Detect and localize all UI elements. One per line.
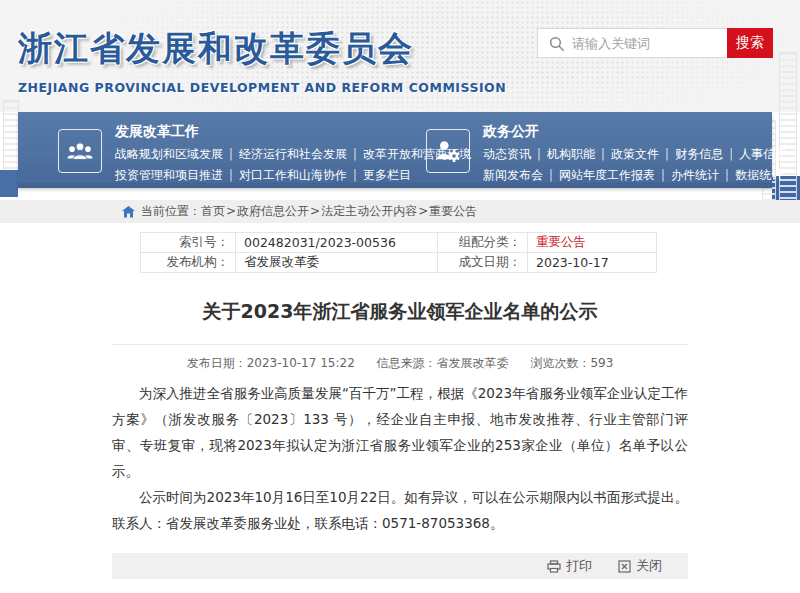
doc-info-label: 组配分类：: [438, 233, 528, 253]
article-paragraph: 为深入推进全省服务业高质量发展“百千万”工程，根据《2023年省服务业领军企业认…: [112, 380, 688, 484]
doc-info-value: 2023-10-17: [528, 253, 657, 273]
site-subtitle: ZHEJIANG PROVINCIAL DEVELOPMENT AND REFO…: [18, 80, 506, 95]
nav-links-row: 新闻发布会|网站年度工作报表|办件统计|数据统计: [483, 165, 800, 186]
nav-link[interactable]: 财务信息: [675, 147, 723, 161]
nav-band: 发展改革工作 战略规划和区域发展|经济运行和社会发展|改革开放和营商环境 投资管…: [18, 112, 772, 188]
nav-link[interactable]: 动态资讯: [483, 147, 531, 161]
site-header: 浙江省发展和改革委员会 ZHEJIANG PROVINCIAL DEVELOPM…: [0, 0, 800, 112]
nav-separator: |: [537, 147, 541, 161]
nav-link[interactable]: 投资管理和项目推进: [115, 168, 223, 182]
nav-link[interactable]: 新闻发布会: [483, 168, 543, 182]
nav-link[interactable]: 政策文件: [611, 147, 659, 161]
breadcrumb-segment[interactable]: 法定主动公开内容: [321, 204, 417, 218]
doc-info-value: 重要公告: [528, 233, 657, 253]
doc-info-table: 索引号：002482031/2023-00536组配分类：重要公告发布机构：省发…: [140, 232, 657, 273]
breadcrumb-segment: 重要公告: [429, 204, 477, 218]
doc-info-value: 省发展改革委: [236, 253, 438, 273]
band-ribbon-left: [0, 170, 18, 197]
title-divider: [112, 344, 688, 345]
nav-links-row: 战略规划和区域发展|经济运行和社会发展|改革开放和营商环境: [115, 144, 471, 165]
nav-links-row: 投资管理和项目推进|对口工作和山海协作|更多栏目: [115, 165, 471, 186]
nav-link[interactable]: 数据统计: [735, 168, 783, 182]
nav-link[interactable]: 战略规划和区域发展: [115, 147, 223, 161]
doc-info-row: 发布机构：省发展改革委成文日期：2023-10-17: [141, 253, 657, 273]
print-label: 打印: [566, 557, 592, 575]
search-icon: [549, 36, 565, 52]
printer-icon: [547, 560, 561, 573]
building-silhouette-decoration: [3, 100, 19, 176]
doc-info-value: 002482031/2023-00536: [236, 233, 438, 253]
nav-separator: |: [665, 147, 669, 161]
breadcrumb-path: 首页>政府信息公开>法定主动公开内容>重要公告: [201, 203, 477, 220]
nav-section-development: 发展改革工作 战略规划和区域发展|经济运行和社会发展|改革开放和营商环境 投资管…: [58, 122, 471, 186]
nav-section-title[interactable]: 发展改革工作: [115, 122, 471, 140]
nav-separator: |: [661, 168, 665, 182]
publish-date-label: 发布日期：: [187, 356, 247, 370]
article-footer: 打印 关闭: [112, 553, 688, 579]
close-label: 关闭: [636, 557, 662, 575]
breadcrumb-label: 当前位置：: [141, 203, 201, 220]
brand: 浙江省发展和改革委员会 ZHEJIANG PROVINCIAL DEVELOPM…: [18, 26, 506, 95]
close-icon: [618, 560, 631, 573]
breadcrumb-segment[interactable]: 政府信息公开: [237, 204, 309, 218]
doc-info-row: 索引号：002482031/2023-00536组配分类：重要公告: [141, 233, 657, 253]
search-bar: 搜索: [537, 28, 773, 58]
nav-separator: |: [353, 168, 357, 182]
nav-section-gov-disclosure: 政务公开 动态资讯|机构职能|政策文件|财务信息|人事信息|互动交流 新闻发布会…: [426, 122, 800, 186]
site-title: 浙江省发展和改革委员会: [18, 26, 506, 72]
doc-info-label: 索引号：: [141, 233, 236, 253]
breadcrumb-separator: >: [310, 204, 320, 218]
search-input[interactable]: [572, 29, 722, 57]
doc-info-label: 发布机构：: [141, 253, 236, 273]
nav-link[interactable]: 更多栏目: [363, 168, 411, 182]
nav-separator: |: [725, 168, 729, 182]
breadcrumb-segment[interactable]: 首页: [201, 204, 225, 218]
home-icon: [122, 206, 135, 218]
nav-separator: |: [353, 147, 357, 161]
views-count: 593: [590, 356, 613, 370]
nav-link[interactable]: 对口工作和山海协作: [239, 168, 347, 182]
nav-section-title[interactable]: 政务公开: [483, 122, 800, 140]
article-paragraph: 公示时间为2023年10月16日至10月22日。如有异议，可以在公示期限内以书面…: [112, 484, 688, 536]
search-button[interactable]: 搜索: [727, 28, 773, 58]
nav-separator: |: [229, 147, 233, 161]
nav-link[interactable]: 办件统计: [671, 168, 719, 182]
page: 浙江省发展和改革委员会 ZHEJIANG PROVINCIAL DEVELOPM…: [0, 0, 800, 593]
nav-separator: |: [229, 168, 233, 182]
person-gear-icon: [426, 129, 470, 173]
article-meta: 发布日期：2023-10-17 15:22 信息来源：省发展改革委 浏览次数：5…: [112, 355, 688, 372]
doc-info-label: 成文日期：: [438, 253, 528, 273]
breadcrumb-separator: >: [418, 204, 428, 218]
publish-date: 2023-10-17 15:22: [247, 356, 355, 370]
nav-link[interactable]: 网站年度工作报表: [559, 168, 655, 182]
source: 省发展改革委: [437, 356, 509, 370]
article-title: 关于2023年浙江省服务业领军企业名单的公示: [112, 296, 688, 326]
source-label: 信息来源：: [377, 356, 437, 370]
nav-link[interactable]: 机构职能: [547, 147, 595, 161]
nav-link[interactable]: 经济运行和社会发展: [239, 147, 347, 161]
breadcrumb: 当前位置： 首页>政府信息公开>法定主动公开内容>重要公告: [0, 200, 800, 223]
print-button[interactable]: 打印: [547, 557, 592, 575]
article-body: 为深入推进全省服务业高质量发展“百千万”工程，根据《2023年省服务业领军企业认…: [112, 380, 688, 580]
people-group-icon: [58, 129, 102, 173]
close-button[interactable]: 关闭: [618, 557, 662, 575]
nav-separator: |: [549, 168, 553, 182]
breadcrumb-separator: >: [226, 204, 236, 218]
nav-links-row: 动态资讯|机构职能|政策文件|财务信息|人事信息|互动交流: [483, 144, 800, 165]
nav-separator: |: [793, 147, 797, 161]
nav-separator: |: [729, 147, 733, 161]
nav-separator: |: [601, 147, 605, 161]
views-label: 浏览次数：: [530, 356, 590, 370]
nav-link[interactable]: 人事信息: [739, 147, 787, 161]
